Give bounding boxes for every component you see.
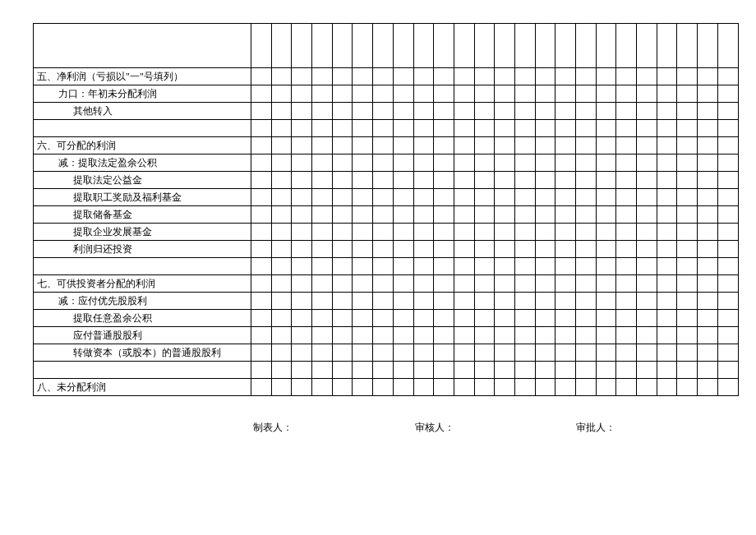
data-cell: [555, 103, 576, 120]
data-cell: [535, 120, 555, 137]
data-cell: [332, 258, 353, 275]
data-cell: [576, 310, 597, 327]
data-cell: [555, 310, 576, 327]
data-cell: [657, 362, 677, 379]
data-cell: [434, 189, 454, 206]
data-cell: [616, 241, 637, 258]
data-cell: [434, 344, 454, 362]
data-cell: [698, 68, 718, 85]
data-cell: [454, 137, 474, 155]
data-cell: [616, 189, 637, 206]
data-cell: [495, 241, 515, 258]
data-cell: [657, 310, 677, 327]
data-cell: [717, 24, 738, 68]
data-cell: [495, 327, 515, 344]
data-cell: [637, 24, 657, 68]
data-cell: [251, 224, 272, 241]
data-cell: [434, 362, 454, 379]
data-cell: [373, 85, 394, 103]
data-cell: [474, 241, 495, 258]
data-cell: [576, 258, 597, 275]
row-label: 提取储备基金: [34, 206, 251, 224]
data-cell: [717, 327, 738, 344]
data-cell: [271, 155, 292, 172]
table-row: 力口：年初未分配利润: [34, 85, 739, 103]
data-cell: [535, 103, 555, 120]
data-cell: [332, 85, 353, 103]
data-cell: [434, 258, 454, 275]
data-cell: [616, 344, 637, 362]
data-cell: [292, 258, 312, 275]
row-label: 七、可供投资者分配的利润: [34, 275, 251, 293]
data-cell: [535, 344, 555, 362]
data-cell: [413, 206, 434, 224]
data-cell: [251, 344, 272, 362]
data-cell: [373, 379, 394, 396]
data-cell: [495, 103, 515, 120]
data-cell: [434, 310, 454, 327]
data-cell: [616, 293, 637, 310]
data-cell: [637, 362, 657, 379]
data-cell: [393, 85, 413, 103]
table-row: 七、可供投资者分配的利润: [34, 275, 739, 293]
data-cell: [413, 189, 434, 206]
row-label: [34, 258, 251, 275]
data-cell: [312, 275, 333, 293]
data-cell: [555, 189, 576, 206]
data-cell: [454, 206, 474, 224]
data-cell: [514, 258, 535, 275]
data-cell: [251, 327, 272, 344]
sheet-table-wrapper: 五、净利润（亏损以"一"号填列）力口：年初未分配利润其他转入六、可分配的利润减：…: [33, 23, 738, 396]
data-cell: [271, 275, 292, 293]
data-cell: [353, 172, 373, 189]
data-cell: [251, 85, 272, 103]
data-cell: [474, 310, 495, 327]
data-cell: [312, 85, 333, 103]
table-row: 五、净利润（亏损以"一"号填列）: [34, 68, 739, 85]
data-cell: [657, 189, 677, 206]
data-cell: [454, 155, 474, 172]
data-cell: [454, 224, 474, 241]
data-cell: [555, 85, 576, 103]
data-cell: [271, 293, 292, 310]
data-cell: [393, 275, 413, 293]
data-cell: [596, 275, 616, 293]
table-row: [34, 120, 739, 137]
data-cell: [474, 224, 495, 241]
data-cell: [677, 68, 698, 85]
data-cell: [474, 327, 495, 344]
data-cell: [657, 155, 677, 172]
data-cell: [596, 120, 616, 137]
data-cell: [292, 68, 312, 85]
data-cell: [251, 155, 272, 172]
data-cell: [332, 379, 353, 396]
row-label: 八、未分配利润: [34, 379, 251, 396]
data-cell: [271, 85, 292, 103]
data-cell: [717, 189, 738, 206]
data-cell: [413, 275, 434, 293]
data-cell: [616, 120, 637, 137]
data-cell: [657, 85, 677, 103]
data-cell: [251, 293, 272, 310]
data-cell: [555, 137, 576, 155]
data-cell: [555, 68, 576, 85]
table-row: 六、可分配的利润: [34, 137, 739, 155]
data-cell: [677, 275, 698, 293]
data-cell: [576, 275, 597, 293]
data-cell: [698, 24, 718, 68]
data-cell: [596, 85, 616, 103]
data-cell: [271, 24, 292, 68]
data-cell: [555, 155, 576, 172]
data-cell: [251, 172, 272, 189]
data-cell: [677, 293, 698, 310]
data-cell: [637, 258, 657, 275]
data-cell: [312, 241, 333, 258]
data-cell: [698, 327, 718, 344]
data-cell: [332, 293, 353, 310]
data-cell: [413, 85, 434, 103]
data-cell: [312, 310, 333, 327]
data-cell: [373, 189, 394, 206]
data-cell: [596, 155, 616, 172]
data-cell: [454, 379, 474, 396]
data-cell: [677, 206, 698, 224]
